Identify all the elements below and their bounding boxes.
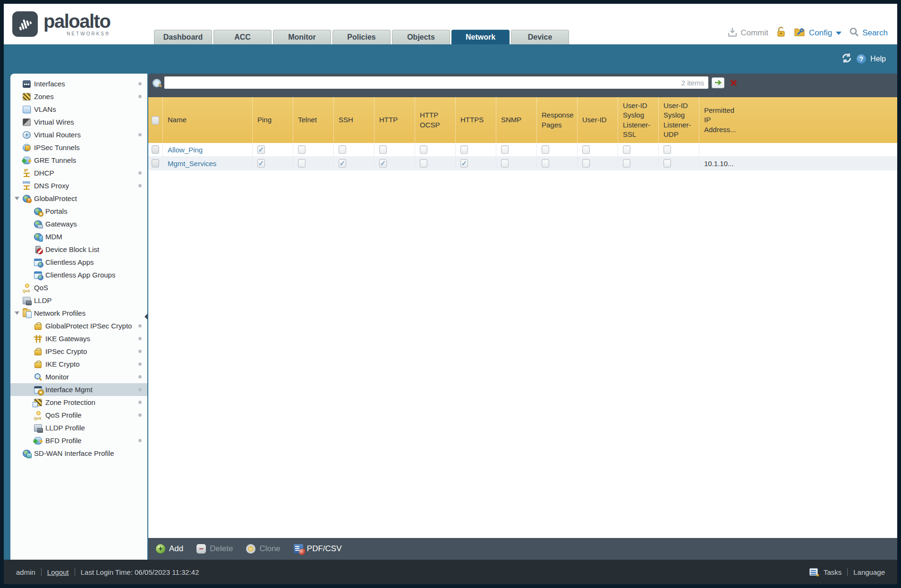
col-https[interactable]: HTTPS — [455, 97, 496, 143]
sidebar-item-clientless-app-groups[interactable]: Clientless App Groups — [10, 269, 147, 281]
tab-policies[interactable]: Policies — [332, 30, 391, 44]
sidebar-item-globalprotect[interactable]: GlobalProtect — [10, 192, 147, 205]
row-checkbox[interactable] — [152, 145, 159, 154]
sidebar-item-dhcp[interactable]: DHCP — [10, 167, 147, 179]
sidebar-item-ike-crypto[interactable]: IKE Crypto — [10, 358, 147, 370]
col-http[interactable]: HTTP — [374, 97, 415, 143]
sidebar-item-portals[interactable]: Portals — [10, 205, 147, 218]
help-icon[interactable] — [857, 54, 866, 64]
add-button[interactable]: Add — [156, 544, 183, 554]
sidebar-item-qos-profile[interactable]: QoS Profile — [10, 409, 147, 421]
col-telnet[interactable]: Telnet — [293, 97, 333, 143]
item-dot — [138, 401, 142, 404]
sidebar-item-interface-mgmt[interactable]: Interface Mgmt — [10, 383, 147, 396]
sidebar-item-lldp-profile[interactable]: LLDP Profile — [10, 421, 147, 434]
language-link[interactable]: Language — [853, 568, 885, 576]
col-user-id[interactable]: User-ID — [577, 97, 618, 143]
ssh-checkbox — [339, 145, 346, 154]
sidebar-item-ipsec-crypto[interactable]: IPSec Crypto — [10, 345, 147, 358]
tab-objects[interactable]: Objects — [392, 30, 450, 44]
uid-syslog-udp-checkbox — [663, 159, 671, 168]
profile-link[interactable]: Mgmt_Services — [168, 160, 216, 168]
sidebar-item-bfd-profile[interactable]: BFD Profile — [10, 434, 147, 447]
profile-link[interactable]: Allow_Ping — [168, 146, 203, 154]
lock-icon — [776, 26, 786, 40]
sidebar-item-mdm[interactable]: MDM — [10, 230, 147, 243]
sidebar-item-ike-gateways[interactable]: IKE Gateways — [10, 332, 147, 345]
sidebar-item-virtual-wires[interactable]: Virtual Wires — [10, 116, 147, 128]
sidebar-item-lldp[interactable]: LLDP — [10, 294, 147, 307]
sidebar-collapse-handle[interactable] — [144, 314, 147, 319]
collapse-triangle-icon[interactable] — [15, 311, 19, 315]
tasks-link[interactable]: Tasks — [824, 568, 842, 576]
tab-network[interactable]: Network — [451, 30, 510, 44]
sidebar-item-vlans[interactable]: VLANs — [10, 103, 147, 116]
pdf-csv-icon — [294, 544, 303, 554]
col-http-ocsp[interactable]: HTTP OCSP — [415, 97, 455, 143]
paloalto-logo: paloalto NETWORKS® — [4, 4, 154, 44]
brand-sub: NETWORKS® — [43, 32, 110, 36]
col-response-pages[interactable]: Response Pages — [536, 97, 577, 143]
table-action-bar: Add Delete Clone PDF/CSV — [148, 538, 897, 560]
sidebar-item-interfaces[interactable]: Interfaces — [10, 77, 147, 90]
sidebar-item-gre-tunnels[interactable]: GRE Tunnels — [10, 154, 147, 167]
tab-device[interactable]: Device — [511, 30, 569, 44]
commit-button[interactable]: Commit — [727, 27, 768, 39]
tab-acc[interactable]: ACC — [213, 30, 272, 44]
col-uid-syslog-ssl[interactable]: User-ID Syslog Listener-SSL — [618, 97, 658, 143]
col-ping[interactable]: Ping — [252, 97, 293, 143]
col-ssh[interactable]: SSH — [333, 97, 374, 143]
item-dot — [138, 362, 142, 366]
config-menu-button[interactable]: Config — [794, 27, 842, 39]
http-ocsp-checkbox — [420, 159, 427, 168]
sidebar-item-clientless-apps[interactable]: Clientless Apps — [10, 256, 147, 269]
interface-mgmt-icon — [34, 386, 42, 394]
interface-mgmt-table: Name Ping Telnet SSH HTTP HTTP OCSP HTTP… — [148, 97, 897, 538]
tab-dashboard[interactable]: Dashboard — [154, 30, 212, 44]
ssh-checkbox: ✓ — [339, 159, 346, 168]
tab-monitor[interactable]: Monitor — [273, 30, 331, 44]
sidebar-item-monitor-profile[interactable]: Monitor — [10, 370, 147, 383]
row-checkbox[interactable] — [152, 159, 159, 168]
logged-in-user: admin — [16, 568, 35, 576]
sidebar-item-qos[interactable]: QoS — [10, 281, 147, 294]
select-all-checkbox[interactable] — [152, 116, 159, 125]
sidebar-item-zones[interactable]: Zones — [10, 90, 147, 103]
delete-button[interactable]: Delete — [196, 544, 233, 554]
col-snmp[interactable]: SNMP — [496, 97, 536, 143]
sidebar-item-zone-protection[interactable]: Zone Protection — [10, 396, 147, 409]
uid-syslog-ssl-checkbox — [623, 145, 630, 154]
lock-icon — [34, 361, 42, 368]
chevron-down-icon — [836, 32, 842, 35]
clone-icon — [246, 544, 255, 554]
sidebar-item-virtual-routers[interactable]: Virtual Routers — [10, 128, 147, 141]
sidebar-item-gateways[interactable]: Gateways — [10, 218, 147, 230]
table-row[interactable]: Mgmt_Services ✓ ✓ ✓ ✓ 10.1.10... — [148, 157, 897, 170]
item-dot — [138, 324, 142, 328]
sidebar-item-device-block-list[interactable]: Device Block List — [10, 243, 147, 256]
apply-filter-button[interactable] — [712, 77, 724, 88]
global-search-button[interactable]: Search — [849, 27, 888, 39]
clear-filter-button[interactable] — [728, 77, 739, 88]
lldp-icon — [23, 297, 31, 304]
sidebar-item-dns-proxy[interactable]: DNS Proxy — [10, 179, 147, 192]
table-row[interactable]: Allow_Ping ✓ — [148, 143, 897, 157]
filter-input[interactable] — [164, 76, 708, 89]
col-name[interactable]: Name — [162, 97, 252, 143]
sidebar-item-sdwan-interface-profile[interactable]: SD-WAN Interface Profile — [10, 447, 147, 460]
sidebar-item-network-profiles[interactable]: Network Profiles — [10, 307, 147, 319]
clone-button[interactable]: Clone — [246, 544, 280, 554]
help-label[interactable]: Help — [870, 55, 886, 63]
sidebar-item-globalprotect-ipsec-crypto[interactable]: GlobalProtect IPSec Crypto — [10, 319, 147, 332]
pdf-csv-button[interactable]: PDF/CSV — [294, 544, 342, 554]
lock-button[interactable] — [776, 26, 786, 40]
sidebar-item-ipsec-tunnels[interactable]: IPSec Tunnels — [10, 141, 147, 154]
item-dot — [138, 337, 142, 340]
col-uid-syslog-udp[interactable]: User-ID Syslog Listener-UDP — [658, 97, 699, 143]
collapse-triangle-icon[interactable] — [15, 197, 19, 200]
uid-syslog-udp-checkbox — [663, 145, 671, 154]
logout-link[interactable]: Logout — [47, 568, 69, 576]
app-window: paloalto NETWORKS® Dashboard ACC Monitor… — [0, 0, 901, 588]
item-dot — [138, 388, 142, 391]
refresh-icon[interactable] — [841, 52, 852, 66]
